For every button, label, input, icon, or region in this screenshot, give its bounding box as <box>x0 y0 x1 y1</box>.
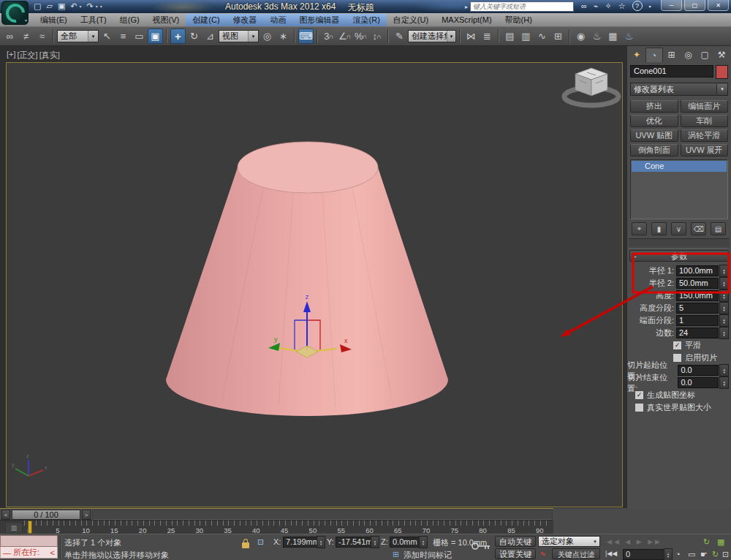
y-coord-field[interactable]: -17.541mm <box>336 537 372 548</box>
redo-dropdown-icon[interactable]: ▾ <box>96 4 98 9</box>
select-and-move-icon[interactable]: + <box>170 29 186 44</box>
param-field[interactable]: 100.0mm <box>676 265 719 276</box>
current-frame-marker[interactable] <box>28 521 32 534</box>
angle-snap-toggle-icon[interactable]: ∠∩ <box>337 29 352 44</box>
pin-stack-icon[interactable]: ⌖ <box>632 222 647 235</box>
modifier-list-dropdown[interactable]: 修改器列表 ▼ <box>630 83 728 96</box>
orbit-icon[interactable]: ↻ <box>712 550 719 559</box>
track-bar[interactable]: ▥ 051015202530354045505560657075808590 <box>0 520 553 534</box>
menu-item[interactable]: 视图(V) <box>146 14 186 26</box>
keyboard-shortcut-key-icon[interactable] <box>471 541 491 551</box>
selection-filter-dropdown[interactable]: 全部 ▼ <box>57 30 99 42</box>
listener-pink-pane[interactable] <box>0 535 58 547</box>
rendered-frame-window-icon[interactable]: ▦ <box>605 29 621 44</box>
make-unique-icon[interactable]: ∨ <box>671 222 686 235</box>
select-by-name-icon[interactable]: ≡ <box>115 29 131 44</box>
maximize-button[interactable]: ▢ <box>684 0 705 11</box>
viewport-general-menu[interactable]: [+] <box>7 50 16 61</box>
x-spinner[interactable]: ▴▾ <box>317 536 325 548</box>
configure-modifier-sets-icon[interactable]: ▤ <box>711 222 726 235</box>
chevron-down-icon[interactable]: ▼ <box>716 84 727 94</box>
stack-item[interactable]: Cone <box>632 161 727 172</box>
time-configuration-icon[interactable]: ◔ <box>675 550 681 559</box>
chevron-down-icon[interactable]: ▼ <box>88 31 98 42</box>
render-setup-icon[interactable]: ♨ <box>589 29 605 44</box>
absolute-mode-icon[interactable]: ⊡ <box>257 537 264 547</box>
key-filters-button[interactable]: 关键点过滤器... <box>552 548 600 559</box>
modifier-shortcut-button[interactable]: 涡轮平滑 <box>681 129 729 142</box>
set-key-button[interactable]: 设置关键点 <box>495 548 536 559</box>
select-and-rotate-icon[interactable]: ↻ <box>186 29 202 44</box>
show-end-result-icon[interactable]: ▮ <box>651 222 667 235</box>
bind-to-space-warp-icon[interactable]: ≈ <box>34 29 50 44</box>
new-scene-icon[interactable]: ▢ <box>34 1 41 11</box>
zoom-extents-icon[interactable]: ↻ <box>703 537 710 547</box>
select-and-link-icon[interactable]: ∞ <box>2 29 18 44</box>
search-icon[interactable]: ∞ <box>581 1 587 10</box>
spinner-snap-toggle-icon[interactable]: ↕∩ <box>369 29 385 44</box>
collapse-icon[interactable]: - <box>634 251 637 261</box>
material-editor-icon[interactable]: ◉ <box>573 29 588 44</box>
menu-item[interactable]: 创建(C) <box>186 14 226 26</box>
reference-coordinate-dropdown[interactable]: 视图 ▼ <box>219 30 259 42</box>
curve-editor-icon[interactable]: ∿ <box>534 29 550 44</box>
help-dropdown-icon[interactable]: ▾ <box>649 4 651 9</box>
remove-modifier-icon[interactable]: ⌫ <box>691 222 706 235</box>
layer-manager-icon[interactable]: ▤ <box>502 29 518 44</box>
tab-utilities-icon[interactable]: ⚒ <box>713 48 730 62</box>
param-field[interactable]: 5 <box>676 303 719 314</box>
tab-hierarchy-icon[interactable]: ⊞ <box>664 48 680 62</box>
modifier-shortcut-button[interactable]: UVW 贴图 <box>630 129 678 142</box>
previous-frame-button[interactable]: < <box>1 510 10 520</box>
minimize-button[interactable]: ─ <box>661 0 682 11</box>
redo-icon[interactable]: ↷ <box>87 1 94 11</box>
percent-snap-toggle-icon[interactable]: %∩ <box>353 29 368 44</box>
go-to-start-icon[interactable]: |◀◀ <box>605 550 617 557</box>
time-slider-track[interactable] <box>92 510 553 520</box>
search-input[interactable] <box>470 1 574 12</box>
add-time-tag[interactable]: 添加时间标记 <box>404 550 452 560</box>
viewport-pov-menu[interactable]: [正交] <box>18 50 38 61</box>
cone-object[interactable] <box>166 142 448 416</box>
z-coord-field[interactable]: 0.0mm <box>390 537 420 548</box>
favorites-star-icon[interactable]: ☆ <box>618 1 626 11</box>
modifier-shortcut-button[interactable]: 优化 <box>630 115 678 127</box>
toolbar-options-icon[interactable]: ▾ <box>100 4 102 9</box>
param-field[interactable]: 24 <box>676 328 719 338</box>
y-spinner[interactable]: ▴▾ <box>371 536 379 548</box>
param-field[interactable]: 1 <box>676 315 719 326</box>
z-spinner[interactable]: ▴▾ <box>419 536 428 548</box>
modifier-shortcut-button[interactable]: 车削 <box>681 115 729 127</box>
use-pivot-point-center-icon[interactable]: ◎ <box>260 29 275 44</box>
select-and-manipulate-icon[interactable]: ∗ <box>276 29 291 44</box>
key-mode-dropdown[interactable]: 选定对象 ▼ <box>538 536 600 547</box>
parameters-rollout-header[interactable]: - 参数 <box>629 250 729 262</box>
track-bar-tools-icon[interactable]: ▥ <box>5 522 23 534</box>
chevron-down-icon[interactable]: ▼ <box>447 31 455 42</box>
menu-item[interactable]: MAXScript(M) <box>435 14 498 26</box>
help-icon[interactable]: ? <box>632 1 643 11</box>
modifier-stack[interactable]: Cone <box>630 159 728 219</box>
chevron-down-icon[interactable]: ▼ <box>248 31 258 42</box>
checkbox[interactable] <box>635 403 644 412</box>
modifier-shortcut-button[interactable]: 挤出 <box>630 100 678 113</box>
manage-scene-states-icon[interactable]: ▥ <box>518 29 534 44</box>
menu-item[interactable]: 渲染(R) <box>346 14 387 26</box>
viewport-canvas[interactable]: z y x z y x <box>6 62 623 507</box>
viewport-shading-menu[interactable]: [真实] <box>39 50 60 61</box>
time-slider-handle[interactable]: 0 / 100 <box>12 510 80 520</box>
next-frame-button[interactable]: > <box>82 510 91 520</box>
subscription-icon[interactable]: ⌁ <box>594 1 599 11</box>
unlink-selection-icon[interactable]: ≠ <box>18 29 34 44</box>
schematic-view-icon[interactable]: ⊞ <box>550 29 566 44</box>
param-field[interactable]: 0.0 <box>678 377 719 388</box>
mirror-icon[interactable]: ⋈ <box>463 29 479 44</box>
open-file-icon[interactable]: ▱ <box>46 1 52 11</box>
menu-item[interactable]: 动画 <box>264 14 293 26</box>
pan-hand-icon[interactable]: ☛ <box>700 550 708 559</box>
communication-center-icon[interactable]: ✧ <box>605 1 611 11</box>
param-spinner[interactable]: ▴▾ <box>719 265 729 277</box>
menu-item[interactable]: 自定义(U) <box>387 14 435 26</box>
viewcube[interactable] <box>564 68 618 105</box>
auto-key-button[interactable]: 自动关键点 <box>495 536 536 547</box>
